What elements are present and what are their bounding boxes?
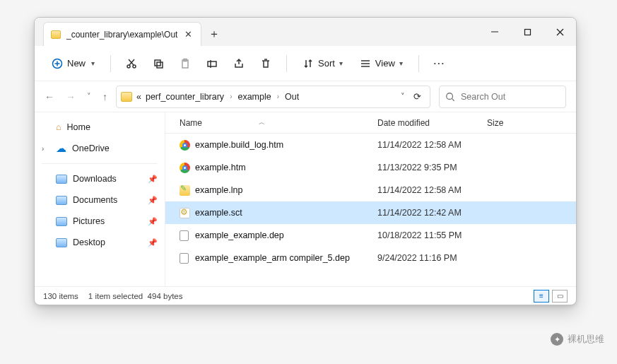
back-button[interactable]: ← (45, 91, 54, 102)
separator (110, 55, 111, 72)
cut-button[interactable] (119, 52, 143, 76)
file-row[interactable]: example.htm11/13/2022 9:35 PM (165, 156, 576, 179)
breadcrumb-item[interactable]: Out (285, 92, 299, 102)
sidebar-item-label: Downloads (73, 174, 117, 184)
wechat-icon: ✦ (551, 333, 563, 346)
minimize-button[interactable] (478, 18, 511, 46)
refresh-button[interactable]: ⟳ (409, 91, 425, 102)
file-name: example.htm (195, 163, 377, 172)
svg-rect-15 (208, 61, 216, 66)
sidebar-item-home[interactable]: ⌂ Home (35, 117, 165, 138)
new-tab-button[interactable]: ＋ (201, 22, 227, 46)
folder-icon (56, 238, 67, 247)
file-date: 10/18/2022 11:55 PM (377, 230, 487, 240)
command-bar: New ▾ Sort ▾ View ▾ ··· (35, 46, 576, 81)
file-date: 11/14/2022 12:42 AM (377, 208, 487, 218)
up-button[interactable]: ↑ (102, 91, 107, 102)
chrome-icon (180, 163, 190, 173)
svg-line-9 (129, 59, 134, 65)
sort-button[interactable]: Sort ▾ (295, 52, 350, 76)
svg-point-7 (127, 65, 130, 68)
folder-icon (56, 175, 67, 184)
column-header-name[interactable]: Name ︿ (180, 118, 377, 128)
tab-close-icon[interactable]: ✕ (183, 29, 194, 40)
pin-icon: 📌 (148, 175, 158, 184)
svg-line-21 (452, 98, 454, 100)
paste-button[interactable] (173, 52, 197, 76)
body: ⌂ Home › ☁ OneDrive Downloads📌Documents📌… (35, 112, 576, 286)
copy-button[interactable] (146, 52, 170, 76)
expand-icon[interactable]: › (42, 145, 50, 153)
file-row[interactable]: example.build_log.htm11/14/2022 12:58 AM (165, 134, 576, 156)
chevron-right-icon[interactable]: › (228, 93, 233, 100)
sidebar-item-label: Desktop (73, 237, 105, 247)
column-label: Name (180, 118, 202, 128)
file-date: 9/24/2022 11:16 PM (377, 253, 487, 263)
address-bar[interactable]: « perf_counter_library › example › Out ˅… (116, 86, 430, 108)
address-row: ← → ˅ ↑ « perf_counter_library › example… (35, 81, 576, 112)
tab-strip: _counter_library\example\Out ✕ ＋ (35, 22, 478, 46)
forward-button[interactable]: → (66, 91, 76, 102)
tab-active[interactable]: _counter_library\example\Out ✕ (43, 22, 201, 46)
svg-rect-11 (155, 60, 160, 66)
chevron-down-icon[interactable]: ˅ (401, 92, 405, 101)
file-name: example_example_arm compiler_5.dep (195, 253, 377, 263)
nav-arrows: ← → ˅ ↑ (45, 91, 107, 102)
sort-asc-icon: ︿ (259, 118, 265, 127)
new-button[interactable]: New ▾ (45, 52, 102, 76)
svg-point-20 (447, 93, 453, 99)
file-icon (180, 253, 189, 264)
column-headers: Name ︿ Date modified Size (165, 112, 576, 134)
folder-icon (51, 30, 61, 39)
file-date: 11/14/2022 12:58 AM (377, 185, 487, 195)
window-controls (478, 18, 576, 46)
folder-icon (56, 217, 67, 226)
pin-icon: 📌 (148, 217, 158, 226)
more-button[interactable]: ··· (428, 52, 452, 76)
file-row[interactable]: example_example.dep10/18/2022 11:55 PM (165, 224, 576, 247)
thumbnails-view-button[interactable]: ▭ (552, 290, 568, 303)
file-row[interactable]: example.sct11/14/2022 12:42 AM (165, 201, 576, 224)
svg-rect-12 (157, 62, 163, 68)
search-icon (445, 92, 455, 102)
watermark: ✦ 裸机思维 (551, 333, 604, 346)
column-label: Size (487, 118, 503, 128)
share-button[interactable] (227, 52, 251, 76)
file-row[interactable]: example.lnp11/14/2022 12:58 AM (165, 179, 576, 201)
keil-icon (180, 185, 190, 196)
sidebar-item-pictures[interactable]: Pictures📌 (35, 211, 165, 232)
chevron-down-icon: ▾ (399, 59, 403, 67)
status-bar: 130 items 1 item selected 494 bytes ≡ ▭ (35, 286, 576, 305)
maximize-button[interactable] (511, 18, 543, 46)
file-date: 11/14/2022 12:58 AM (377, 140, 487, 150)
status-selection: 1 item selected 494 bytes (88, 292, 183, 300)
sidebar-item-desktop[interactable]: Desktop📌 (35, 232, 165, 253)
column-label: Date modified (377, 118, 430, 128)
close-button[interactable] (543, 18, 576, 46)
sidebar-item-onedrive[interactable]: › ☁ OneDrive (35, 138, 165, 159)
file-date: 11/13/2022 9:35 PM (377, 163, 487, 172)
cloud-icon: ☁ (56, 142, 66, 155)
view-button-label: View (375, 58, 395, 69)
file-list[interactable]: example.build_log.htm11/14/2022 12:58 AM… (165, 134, 576, 286)
rename-button[interactable] (200, 52, 224, 76)
sidebar-item-label: OneDrive (72, 143, 110, 153)
breadcrumb-item[interactable]: example (237, 92, 271, 102)
delete-button[interactable] (254, 52, 278, 76)
chevron-right-icon[interactable]: › (276, 93, 281, 100)
sidebar-item-downloads[interactable]: Downloads📌 (35, 168, 165, 189)
details-view-button[interactable]: ≡ (534, 290, 549, 303)
search-input[interactable]: Search Out (439, 86, 566, 108)
breadcrumb-overflow[interactable]: « (136, 92, 141, 102)
sidebar-item-documents[interactable]: Documents📌 (35, 189, 165, 211)
file-name: example.lnp (195, 185, 377, 195)
home-icon: ⌂ (56, 122, 61, 132)
file-row[interactable]: example_example_arm compiler_5.dep9/24/2… (165, 247, 576, 269)
column-header-date[interactable]: Date modified (377, 118, 487, 128)
column-header-size[interactable]: Size (487, 118, 576, 128)
view-button[interactable]: View ▾ (353, 52, 410, 76)
breadcrumb-item[interactable]: perf_counter_library (146, 92, 224, 102)
separator (418, 55, 419, 72)
pin-icon: 📌 (148, 196, 158, 205)
chevron-down-icon[interactable]: ˅ (87, 92, 91, 101)
